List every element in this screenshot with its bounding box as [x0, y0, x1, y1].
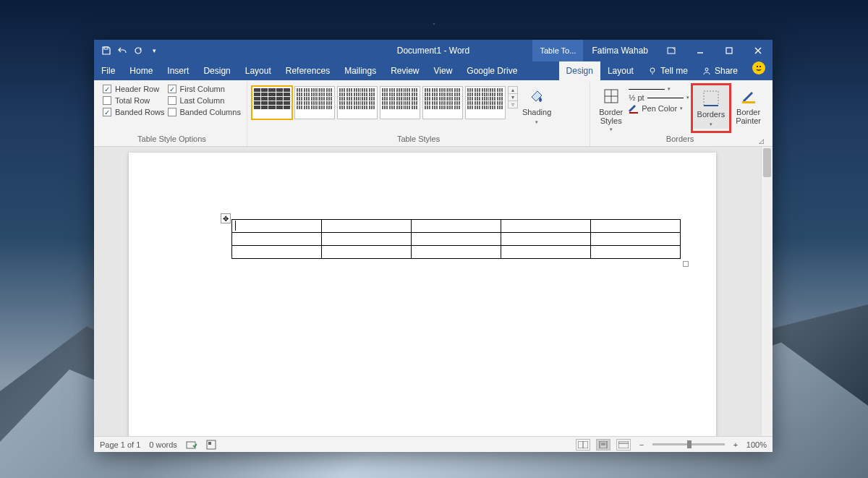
tab-table-design[interactable]: Design: [559, 61, 600, 80]
checkbox-banded-columns[interactable]: Banded Columns: [168, 108, 241, 116]
document-table[interactable]: [231, 219, 681, 259]
border-weight-selector[interactable]: ½ pt▾: [629, 93, 689, 102]
feedback-smiley-icon[interactable]: [752, 61, 765, 74]
group-label-borders: Borders: [666, 133, 694, 145]
tab-design[interactable]: Design: [196, 61, 237, 80]
tab-home[interactable]: Home: [122, 61, 160, 80]
tab-review[interactable]: Review: [383, 61, 426, 80]
status-page[interactable]: Page 1 of 1: [100, 440, 140, 449]
user-name-label[interactable]: Fatima Wahab: [583, 40, 657, 61]
maximize-button[interactable]: [715, 40, 744, 61]
group-table-style-options: ✓Header Row Total Row ✓Banded Rows ✓Firs…: [97, 82, 247, 146]
save-button[interactable]: [100, 44, 113, 57]
group-label-table-style-options: Table Style Options: [101, 133, 242, 145]
quick-access-toolbar: ▾: [94, 40, 166, 61]
shading-button[interactable]: Shading▾: [518, 83, 556, 127]
tab-file[interactable]: File: [94, 61, 122, 80]
checkbox-first-column[interactable]: ✓First Column: [168, 85, 241, 93]
checkbox-last-column[interactable]: Last Column: [168, 96, 241, 105]
minimize-button[interactable]: [686, 40, 715, 61]
title-bar: ▾ Document1 - Word Table To... Fatima Wa…: [94, 40, 773, 61]
svg-rect-14: [704, 91, 718, 106]
zoom-in-button[interactable]: +: [731, 440, 741, 449]
svg-rect-25: [618, 441, 629, 448]
view-read-mode-button[interactable]: [576, 439, 590, 451]
checkbox-total-row[interactable]: Total Row: [103, 96, 165, 105]
document-page[interactable]: ✥: [129, 153, 716, 436]
status-spellcheck-icon[interactable]: [186, 440, 197, 450]
zoom-level-label[interactable]: 100%: [746, 440, 767, 449]
borders-button-highlight: Borders▾: [691, 83, 732, 133]
share-button[interactable]: Share: [695, 61, 745, 80]
status-word-count[interactable]: 0 words: [149, 440, 177, 449]
document-area[interactable]: ✥: [94, 147, 773, 436]
table-row[interactable]: [232, 220, 681, 233]
table-row[interactable]: [232, 233, 681, 246]
tab-insert[interactable]: Insert: [160, 61, 196, 80]
border-line-style-selector[interactable]: ▾: [629, 86, 689, 92]
status-bar: Page 1 of 1 0 words − + 100%: [94, 436, 773, 452]
svg-rect-17: [187, 442, 195, 448]
svg-point-7: [705, 68, 708, 71]
group-table-styles: ▴▾▿ Shading▾ Table Styles: [247, 82, 590, 146]
view-print-layout-button[interactable]: [596, 439, 610, 451]
group-label-table-styles: Table Styles: [252, 133, 585, 145]
border-styles-icon: [601, 86, 621, 106]
lightbulb-icon: [648, 67, 657, 75]
ribbon-content: ✓Header Row Total Row ✓Banded Rows ✓Firs…: [94, 80, 773, 147]
table-style-thumb-3[interactable]: [337, 86, 378, 119]
share-label: Share: [715, 66, 738, 76]
undo-button[interactable]: [116, 44, 129, 57]
table-style-thumb-2[interactable]: [294, 86, 335, 119]
close-button[interactable]: [744, 40, 773, 61]
svg-point-5: [650, 68, 655, 72]
svg-point-9: [760, 66, 761, 67]
pen-color-button[interactable]: Pen Color▾: [629, 103, 689, 114]
table-style-thumb-6[interactable]: [465, 86, 506, 119]
svg-rect-19: [208, 442, 211, 445]
pen-color-icon: [629, 103, 639, 114]
borders-icon: [701, 88, 721, 108]
checkbox-header-row[interactable]: ✓Header Row: [103, 85, 165, 93]
svg-rect-13: [629, 112, 638, 114]
gallery-scroll-buttons[interactable]: ▴▾▿: [508, 86, 518, 108]
scrollbar-thumb[interactable]: [763, 148, 771, 177]
svg-rect-16: [742, 101, 755, 103]
tab-layout[interactable]: Layout: [238, 61, 278, 80]
table-style-thumb-1[interactable]: [252, 86, 292, 119]
table-row[interactable]: [232, 246, 681, 259]
word-application-window: ▾ Document1 - Word Table To... Fatima Wa…: [94, 40, 773, 452]
borders-dropdown-button[interactable]: Borders▾: [693, 85, 730, 129]
checkbox-banded-rows[interactable]: ✓Banded Rows: [103, 108, 165, 116]
tell-me-search[interactable]: Tell me: [641, 61, 695, 80]
table-style-thumb-5[interactable]: [422, 86, 463, 119]
shading-icon: [527, 86, 547, 106]
table-style-thumb-4[interactable]: [380, 86, 420, 119]
table-styles-gallery[interactable]: ▴▾▿: [252, 83, 518, 122]
zoom-out-button[interactable]: −: [637, 440, 647, 449]
tab-view[interactable]: View: [427, 61, 460, 80]
person-icon: [702, 67, 711, 75]
zoom-slider[interactable]: [652, 443, 725, 445]
redo-button[interactable]: [132, 44, 145, 57]
svg-point-8: [757, 66, 758, 67]
status-macro-icon[interactable]: [206, 440, 216, 450]
border-painter-icon: [739, 86, 759, 106]
border-styles-button[interactable]: Border Styles ▾: [595, 83, 627, 133]
tab-mailings[interactable]: Mailings: [337, 61, 383, 80]
borders-dialog-launcher[interactable]: ◿: [759, 137, 765, 145]
svg-point-1: [135, 48, 141, 54]
tab-references[interactable]: References: [278, 61, 337, 80]
tab-google-drive[interactable]: Google Drive: [459, 61, 524, 80]
ribbon-display-options-button[interactable]: [657, 40, 686, 61]
border-painter-button[interactable]: Border Painter: [731, 83, 765, 133]
vertical-scrollbar[interactable]: [761, 147, 773, 436]
svg-rect-4: [726, 48, 732, 54]
view-web-layout-button[interactable]: [616, 439, 631, 451]
tab-table-layout[interactable]: Layout: [600, 61, 641, 80]
table-move-handle[interactable]: ✥: [221, 213, 231, 223]
group-borders: Border Styles ▾ ▾ ½ pt▾ Pen Color▾: [590, 82, 770, 146]
svg-rect-0: [104, 47, 108, 49]
qat-customize-button[interactable]: ▾: [148, 44, 161, 57]
table-resize-handle[interactable]: [683, 261, 689, 267]
